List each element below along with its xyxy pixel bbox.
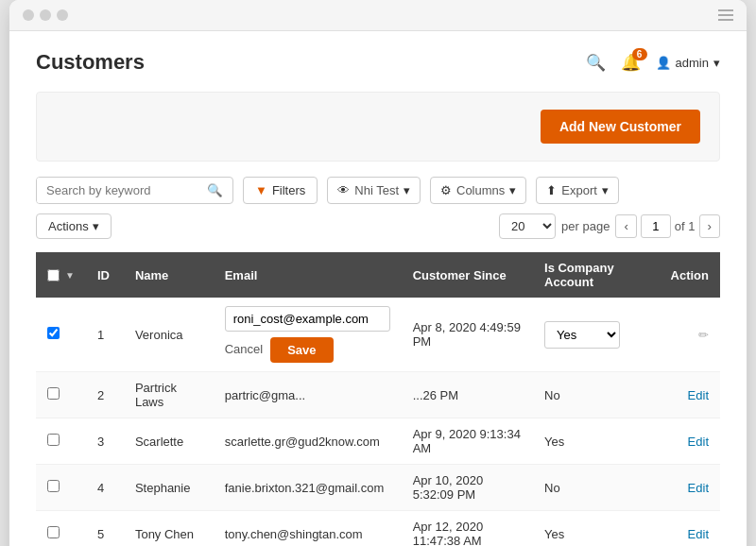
minimize-dot — [40, 9, 51, 21]
edit-link[interactable]: Edit — [688, 435, 709, 449]
row-checkbox-cell — [36, 465, 86, 511]
row-since: Apr 10, 2020 5:32:09 PM — [402, 465, 533, 511]
edit-link[interactable]: Edit — [688, 388, 709, 402]
row-email-edit-cell: Cancel Save — [214, 298, 402, 372]
row-checkbox[interactable] — [47, 387, 60, 400]
admin-label: admin — [676, 56, 709, 70]
actions-row: Actions ▾ 20 50 100 per page ‹ of 1 › — [36, 213, 720, 239]
row-since: Apr 9, 2020 9:13:34 AM — [402, 418, 533, 465]
row-email: scarlette.gr@gud2know.com — [214, 418, 402, 465]
row-checkbox[interactable] — [47, 526, 60, 538]
actions-label: Actions — [48, 219, 89, 233]
per-page-label: per page — [561, 219, 610, 233]
row-company: Yes — [533, 418, 660, 465]
eye-icon: 👁 — [337, 183, 350, 197]
page-input[interactable] — [641, 214, 671, 238]
next-page-button[interactable]: › — [699, 214, 720, 238]
row-checkbox-cell — [36, 418, 86, 465]
table-row: 1 Veronica Cancel Save Apr 8, 2020 4:49:… — [36, 298, 720, 372]
per-page-group: 20 50 100 per page ‹ of 1 › — [499, 213, 720, 239]
view-label: Nhi Test — [354, 183, 399, 197]
row-id: 5 — [86, 511, 124, 547]
export-button[interactable]: ⬆ Export ▾ — [536, 177, 619, 204]
row-checkbox-cell — [36, 511, 86, 547]
col-action: Action — [660, 252, 720, 298]
columns-selector[interactable]: ⚙ Columns ▾ — [430, 177, 526, 204]
edit-link[interactable]: Edit — [688, 481, 709, 495]
row-id: 1 — [86, 298, 124, 372]
row-id: 2 — [86, 372, 124, 418]
main-window: Customers 🔍 🔔 6 👤 admin ▾ Add New Custom… — [9, 0, 747, 546]
search-submit-button[interactable]: 🔍 — [198, 178, 232, 203]
row-checkbox-cell — [36, 372, 86, 418]
toolbar: 🔍 ▼ Filters 👁 Nhi Test ▾ ⚙ Columns ▾ ⬆ E… — [36, 177, 720, 204]
chevron-down-icon: ▾ — [713, 56, 720, 70]
row-since: Apr 8, 2020 4:49:59 PM — [402, 298, 533, 372]
titlebar — [9, 0, 747, 31]
row-email: tony.chen@shingtan.com — [214, 511, 402, 547]
save-edit-button[interactable]: Save — [270, 337, 333, 363]
row-company: No — [533, 372, 660, 418]
row-checkbox[interactable] — [47, 480, 60, 492]
chevron-down-icon: ▾ — [404, 183, 410, 197]
row-company: Yes — [533, 511, 660, 547]
row-name: Veronica — [124, 298, 214, 372]
menu-icon[interactable] — [718, 9, 733, 21]
company-select[interactable]: Yes No — [544, 321, 620, 349]
row-checkbox[interactable] — [47, 327, 60, 339]
row-email: fanie.brixton.321@gmail.com — [214, 465, 402, 511]
row-name: Partrick Laws — [124, 372, 214, 418]
filters-label: Filters — [272, 183, 305, 197]
table-row: 3 Scarlette scarlette.gr@gud2know.com Ap… — [36, 418, 720, 465]
row-name: Stephanie — [124, 465, 214, 511]
search-box: 🔍 — [36, 177, 233, 204]
columns-label: Columns — [456, 183, 505, 197]
filter-icon: ▼ — [255, 183, 267, 197]
search-input[interactable] — [37, 178, 198, 203]
row-checkbox[interactable] — [47, 434, 60, 446]
gear-icon: ⚙ — [440, 183, 452, 197]
table-row: 5 Tony Chen tony.chen@shingtan.com Apr 1… — [36, 511, 720, 547]
select-all-checkbox[interactable] — [47, 269, 60, 282]
per-page-select[interactable]: 20 50 100 — [499, 213, 556, 239]
edit-pencil-icon[interactable]: ✏ — [698, 328, 709, 342]
row-action-cell: ✏ — [660, 298, 720, 372]
table-row: 2 Partrick Laws partric@gma... ...26 PM … — [36, 372, 720, 418]
page-title: Customers — [36, 50, 145, 75]
cancel-edit-button[interactable]: Cancel — [225, 337, 263, 363]
row-checkbox-cell — [36, 298, 86, 372]
chevron-down-icon: ▾ — [602, 183, 609, 197]
add-new-customer-button[interactable]: Add New Customer — [541, 110, 700, 144]
row-action-cell: Edit — [660, 511, 720, 547]
action-banner: Add New Customer — [36, 92, 720, 162]
bell-icon[interactable]: 🔔 6 — [621, 53, 641, 73]
chevron-down-icon: ▾ — [93, 219, 99, 233]
filters-button[interactable]: ▼ Filters — [243, 177, 318, 204]
edit-link[interactable]: Edit — [688, 527, 709, 541]
actions-button[interactable]: Actions ▾ — [36, 213, 112, 239]
row-name: Scarlette — [124, 418, 214, 465]
row-email: partric@gma... — [214, 372, 402, 418]
col-id: ID — [86, 252, 124, 298]
table-row: 4 Stephanie fanie.brixton.321@gmail.com … — [36, 465, 720, 511]
export-label: Export — [561, 183, 597, 197]
maximize-dot — [57, 9, 68, 21]
row-id: 4 — [86, 465, 124, 511]
col-email: Email — [214, 252, 402, 298]
row-company-cell: Yes No — [533, 298, 660, 372]
customers-table: ▼ ID Name Email Customer Since Is Compan… — [36, 252, 720, 546]
chevron-down-icon: ▾ — [509, 183, 516, 197]
window-controls — [23, 9, 68, 21]
email-edit-input[interactable] — [225, 306, 390, 332]
row-action-cell: Edit — [660, 418, 720, 465]
prev-page-button[interactable]: ‹ — [615, 214, 636, 238]
row-since: Apr 12, 2020 11:47:38 AM — [402, 511, 533, 547]
user-icon: 👤 — [656, 56, 671, 70]
view-selector[interactable]: 👁 Nhi Test ▾ — [327, 177, 421, 204]
admin-menu[interactable]: 👤 admin ▾ — [656, 56, 720, 70]
col-since: Customer Since — [402, 252, 533, 298]
pagination: ‹ of 1 › — [615, 214, 720, 238]
header-actions: 🔍 🔔 6 👤 admin ▾ — [586, 53, 720, 73]
select-all-header: ▼ — [36, 252, 86, 298]
search-icon[interactable]: 🔍 — [586, 53, 606, 73]
